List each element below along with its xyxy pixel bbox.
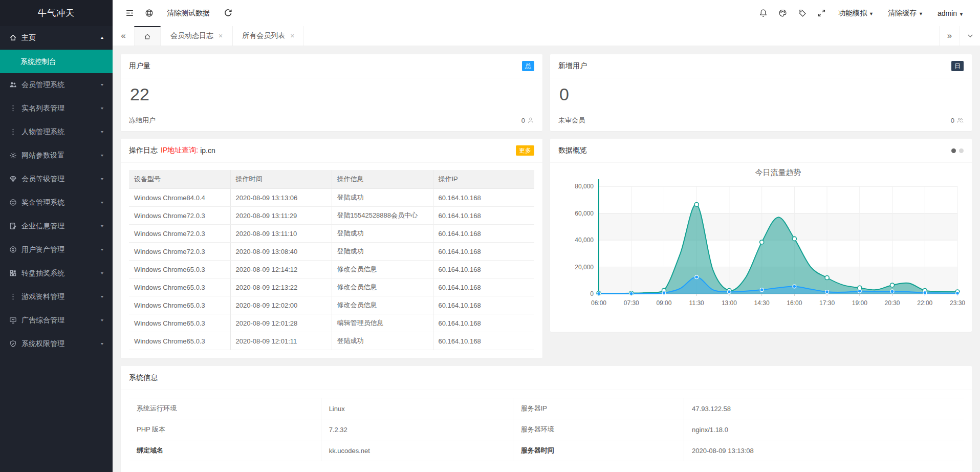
system-info-cell: 系统运行环境: [129, 398, 321, 419]
clear-cache-dropdown[interactable]: 清除缓存▼: [881, 9, 930, 18]
svg-text:09:00: 09:00: [656, 299, 671, 307]
sidebar-toggle-icon[interactable]: [120, 0, 139, 26]
system-info-table: 系统运行环境Linux服务器IP47.93.122.58PHP 版本7.2.32…: [129, 398, 964, 461]
admin-dropdown[interactable]: admin▼: [930, 9, 971, 17]
tabs-menu-icon[interactable]: [960, 26, 980, 46]
shield-icon: [9, 340, 17, 348]
chevron-down-icon: ▼: [100, 224, 104, 228]
sidebar-item[interactable]: 实名列表管理▼: [0, 97, 113, 120]
carousel-dot-active[interactable]: [951, 148, 956, 153]
tag-icon[interactable]: [792, 0, 812, 26]
list-icon: [9, 128, 17, 136]
user-icon: [527, 117, 534, 124]
badge-total: 总: [522, 61, 534, 71]
globe-icon[interactable]: [139, 0, 159, 26]
svg-text:80,000: 80,000: [575, 183, 594, 190]
log-cell: 60.164.10.168: [433, 296, 534, 314]
sidebar-item[interactable]: 企业信息管理▼: [0, 214, 113, 238]
sidebar-item[interactable]: 会员等级管理▼: [0, 167, 113, 191]
log-cell: Windows Chrome72.0.3: [129, 243, 230, 261]
table-row[interactable]: Windows Chrome72.0.32020-08-09 13:11:10登…: [129, 225, 534, 243]
sidebar-item[interactable]: 网站参数设置▼: [0, 144, 113, 167]
topbar-right: 功能模拟▼ 清除缓存▼ admin▼: [753, 0, 971, 26]
sidebar-item-label: 转盘抽奖系统: [21, 269, 100, 278]
close-icon[interactable]: ×: [290, 32, 294, 40]
tabs-scroll-left-icon[interactable]: «: [113, 26, 134, 46]
log-cell: Windows Chrome72.0.3: [129, 225, 230, 243]
card-operation-log: 操作日志 IP地址查询: ip.cn 更多 设备型号操作时间操作信息操作IPWi…: [121, 139, 542, 358]
chevron-down-icon: ▼: [100, 177, 104, 181]
log-cell: 登陆成功: [332, 189, 433, 207]
table-row: 系统运行环境Linux服务器IP47.93.122.58: [129, 398, 964, 419]
table-row[interactable]: Windows Chrome65.0.32020-08-09 12:13:22修…: [129, 278, 534, 296]
sidebar-item-label: 游戏资料管理: [21, 292, 100, 302]
ip-query-link[interactable]: ip.cn: [200, 146, 215, 155]
card-title: 新增用户: [558, 61, 587, 71]
log-cell: 2020-08-09 13:11:29: [230, 207, 332, 225]
tab-home[interactable]: [134, 26, 161, 46]
svg-text:13:00: 13:00: [722, 299, 737, 307]
sidebar-item[interactable]: 用户资产管理▼: [0, 238, 113, 262]
chevron-down-icon: ▼: [100, 154, 104, 158]
svg-text:23:30: 23:30: [950, 299, 965, 307]
sidebar-item[interactable]: 转盘抽奖系统▼: [0, 262, 113, 285]
tabs-scroll-right-icon[interactable]: »: [939, 26, 960, 46]
bell-icon[interactable]: [753, 0, 773, 26]
refresh-icon[interactable]: [218, 0, 237, 26]
close-icon[interactable]: ×: [219, 32, 223, 40]
svg-text:0: 0: [590, 290, 594, 297]
sidebar-item[interactable]: 系统权限管理▼: [0, 332, 113, 356]
chevron-down-icon: ▼: [100, 106, 104, 111]
sidebar-item[interactable]: 奖金管理系统▼: [0, 191, 113, 214]
sidebar-item[interactable]: 广告综合管理▼: [0, 309, 113, 332]
gear-icon: [9, 152, 17, 160]
fullscreen-icon[interactable]: [812, 0, 831, 26]
system-info-cell: kk.ucodes.net: [321, 440, 513, 461]
log-cell: 60.164.10.168: [433, 243, 534, 261]
table-row[interactable]: Windows Chrome72.0.32020-08-09 13:11:29登…: [129, 207, 534, 225]
system-info-cell: 7.2.32: [321, 419, 513, 440]
table-row[interactable]: Windows Chrome65.0.32020-08-09 12:14:12修…: [129, 261, 534, 278]
log-cell: 60.164.10.168: [433, 261, 534, 278]
log-cell: 60.164.10.168: [433, 332, 534, 350]
sidebar-item[interactable]: 游戏资料管理▼: [0, 285, 113, 309]
sidebar-menu: 主页▲系统控制台会员管理系统▼实名列表管理▼人物管理系统▼网站参数设置▼会员等级…: [0, 26, 113, 356]
function-sim-dropdown[interactable]: 功能模拟▼: [831, 9, 881, 18]
log-cell: Windows Chrome84.0.4: [129, 189, 230, 207]
system-info-cell: 47.93.122.58: [684, 398, 964, 419]
yen-icon: [9, 246, 17, 254]
card-title: 操作日志: [129, 146, 158, 155]
chevron-down-icon: ▼: [100, 130, 104, 134]
sidebar-item[interactable]: 主页▲: [0, 26, 113, 50]
table-row[interactable]: Windows Chrome84.0.42020-08-09 13:13:06登…: [129, 189, 534, 207]
svg-text:今日流量趋势: 今日流量趋势: [755, 168, 801, 177]
chevron-down-icon: ▼: [919, 11, 923, 16]
home-icon: [144, 33, 151, 40]
tab-member-activity-log[interactable]: 会员动态日志 ×: [161, 26, 232, 46]
system-info-cell: Linux: [321, 398, 513, 419]
table-row[interactable]: Windows Chrome72.0.32020-08-09 13:08:40登…: [129, 243, 534, 261]
carousel-dot[interactable]: [959, 148, 964, 153]
chevron-down-icon: ▼: [100, 318, 104, 323]
table-row[interactable]: Windows Chrome65.0.32020-08-09 12:01:28编…: [129, 314, 534, 332]
system-info-cell: 2020-08-09 13:13:08: [684, 440, 964, 461]
clear-test-data-button[interactable]: 清除测试数据: [159, 0, 218, 26]
table-row[interactable]: Windows Chrome65.0.32020-08-09 12:02:00修…: [129, 296, 534, 314]
more-button[interactable]: 更多: [516, 145, 534, 156]
stat-value: 0: [550, 78, 972, 116]
tab-all-members-list[interactable]: 所有会员列表 ×: [232, 26, 304, 46]
log-cell: 2020-08-09 12:13:22: [230, 278, 332, 296]
sidebar-item[interactable]: 会员管理系统▼: [0, 73, 113, 97]
card-title: 用户量: [129, 61, 150, 71]
sidebar-item[interactable]: 人物管理系统▼: [0, 120, 113, 144]
log-cell: Windows Chrome72.0.3: [129, 207, 230, 225]
system-info-cell: 绑定域名: [129, 440, 321, 461]
home-icon: [9, 34, 17, 42]
table-row[interactable]: Windows Chrome65.0.32020-08-09 12:01:11登…: [129, 332, 534, 350]
sidebar-subitem[interactable]: 系统控制台: [0, 50, 113, 73]
log-column-header: 操作时间: [230, 170, 332, 189]
sidebar-item-label: 系统权限管理: [21, 339, 100, 349]
palette-icon[interactable]: [773, 0, 792, 26]
main-content: 用户量 总 22 冻结用户 0 新增用户 日 0 未审会员 0: [113, 46, 980, 472]
svg-text:14:30: 14:30: [754, 299, 770, 307]
